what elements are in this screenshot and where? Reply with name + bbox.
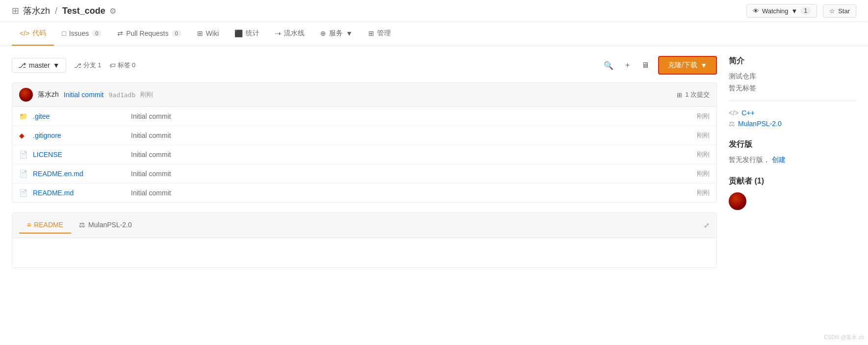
star-label: Star	[838, 7, 850, 15]
create-release-link[interactable]: 创建	[772, 156, 786, 163]
license-tab-icon: ⚖	[79, 221, 85, 229]
repo-type-icon: ⊞	[12, 5, 19, 16]
clone-dropdown-icon: ▼	[700, 61, 707, 69]
branches-count[interactable]: ⎇ 分支 1	[74, 61, 102, 70]
commit-time: 刚刚	[140, 90, 153, 99]
readme-en-icon: 📄	[19, 170, 29, 178]
branch-actions: 🔍 + 🖥 克隆/下载 ▼	[601, 56, 717, 75]
file-commit-msg: Initial commit	[131, 112, 697, 120]
readme-tab-license[interactable]: ⚖ MulanPSL-2.0	[71, 217, 140, 234]
search-code-button[interactable]: 🔍	[601, 59, 616, 72]
file-row: 📄 LICENSE Initial commit 刚刚	[12, 145, 716, 164]
manage-tab-icon: ⊞	[368, 29, 374, 37]
tag-icon: 🏷	[109, 62, 116, 69]
branch-info: ⎇ 分支 1 🏷 标签 0	[74, 61, 136, 70]
tags-count[interactable]: 🏷 标签 0	[109, 61, 136, 70]
contributor-avatar[interactable]	[729, 192, 746, 210]
pipeline-tab-label: 流水线	[284, 29, 305, 38]
pr-tab-icon: ⇄	[117, 29, 123, 37]
no-releases-prefix: 暂无发行版，	[729, 156, 770, 163]
file-time: 刚刚	[697, 169, 710, 178]
readme-tab-readme[interactable]: ≡ README	[19, 217, 71, 234]
balance-icon: ⚖	[729, 120, 735, 128]
file-name-link[interactable]: LICENSE	[33, 151, 131, 159]
file-commit-msg: Initial commit	[131, 170, 697, 178]
file-name-link[interactable]: .gitignore	[33, 132, 131, 139]
sidebar-releases-title: 发行版	[729, 139, 856, 150]
issues-badge: 0	[92, 30, 102, 37]
sidebar-contributors: 贡献者 (1)	[729, 176, 856, 210]
contributors-label: 贡献者	[729, 177, 752, 185]
services-dropdown-icon: ▼	[346, 29, 353, 37]
web-ide-button[interactable]: 🖥	[638, 59, 652, 72]
file-time: 刚刚	[697, 112, 710, 121]
readme-body	[12, 238, 716, 267]
file-name-link[interactable]: .gitee	[33, 112, 131, 120]
watching-label: Watching	[762, 7, 789, 15]
watch-count: 1	[800, 7, 811, 15]
commit-message-link[interactable]: Initial commit	[64, 91, 104, 99]
commits-count[interactable]: 1 次提交	[685, 90, 710, 99]
commit-author-avatar[interactable]	[19, 88, 33, 102]
star-button[interactable]: ☆ Star	[823, 4, 856, 18]
branch-fork-icon: ⎇	[74, 62, 81, 69]
tab-services[interactable]: ⊕ 服务 ▼	[312, 22, 360, 46]
branch-dropdown-icon: ▼	[53, 61, 60, 69]
readme-expand-icon[interactable]: ⤢	[704, 221, 710, 229]
commit-bar: 落水zh Initial commit 9ad1adb 刚刚 ⊞ 1 次提交	[12, 82, 717, 106]
add-file-button[interactable]: +	[622, 59, 633, 72]
tab-stats[interactable]: ⬛ 统计	[227, 22, 267, 46]
readme-tab-icon: ≡	[27, 221, 31, 229]
file-name-link[interactable]: README.md	[33, 189, 131, 197]
sidebar: 简介 测试仓库 暂无标签 </> C++ ⚖ MulanPSL-2.0 发行版 …	[729, 56, 856, 268]
tab-pullrequests[interactable]: ⇄ Pull Requests 0	[109, 23, 189, 45]
sidebar-contributors-title: 贡献者 (1)	[729, 176, 856, 186]
issues-tab-icon: □	[62, 29, 66, 37]
license-tab-label: MulanPSL-2.0	[88, 221, 132, 229]
wiki-tab-label: Wiki	[206, 29, 219, 37]
commit-hash[interactable]: 9ad1adb	[108, 91, 135, 99]
tab-manage[interactable]: ⊞ 管理	[360, 22, 399, 46]
tab-issues[interactable]: □ Issues 0	[54, 23, 109, 45]
tab-wiki[interactable]: ⊞ Wiki	[189, 23, 227, 45]
sidebar-language-link[interactable]: </> C++	[729, 109, 856, 117]
sidebar-license-link[interactable]: ⚖ MulanPSL-2.0	[729, 120, 856, 128]
sidebar-description: 测试仓库	[729, 72, 856, 81]
file-name-link[interactable]: README.en.md	[33, 170, 131, 178]
file-row: ◆ .gitignore Initial commit 刚刚	[12, 126, 716, 145]
top-header: ⊞ 落水zh / Test_code ⚙ 👁 Watching ▼ 1 ☆ St…	[0, 0, 868, 22]
nav-tabs: </> 代码 □ Issues 0 ⇄ Pull Requests 0 ⊞ Wi…	[0, 22, 868, 46]
pr-badge: 0	[172, 30, 181, 37]
services-tab-icon: ⊕	[320, 29, 326, 37]
branch-icon: ⎇	[18, 61, 26, 69]
no-releases-text: 暂无发行版， 创建	[729, 156, 856, 164]
wiki-tab-icon: ⊞	[197, 29, 203, 37]
clone-download-button[interactable]: 克隆/下载 ▼	[658, 56, 717, 75]
file-table: 📁 .gitee Initial commit 刚刚 ◆ .gitignore …	[12, 106, 717, 203]
tab-pipeline[interactable]: ⇢ 流水线	[267, 22, 312, 46]
code-tab-icon: </>	[20, 29, 29, 37]
watch-button[interactable]: 👁 Watching ▼ 1	[746, 4, 817, 18]
readme-tab-label: README	[34, 221, 63, 229]
file-time: 刚刚	[697, 150, 710, 159]
sidebar-releases: 发行版 暂无发行版， 创建	[729, 139, 856, 164]
file-row: 📄 README.en.md Initial commit 刚刚	[12, 164, 716, 184]
repo-settings-icon[interactable]: ⚙	[109, 6, 116, 16]
branch-bar: ⎇ master ▼ ⎇ 分支 1 🏷 标签 0 🔍	[12, 56, 717, 75]
clone-label: 克隆/下载	[668, 61, 697, 70]
branch-selector[interactable]: ⎇ master ▼	[12, 58, 66, 73]
file-time: 刚刚	[697, 131, 710, 140]
commits-history-icon: ⊞	[677, 91, 682, 99]
readme-tabs: ≡ README ⚖ MulanPSL-2.0 ⤢	[12, 213, 716, 238]
tab-code[interactable]: </> 代码	[12, 22, 54, 46]
header-actions: 👁 Watching ▼ 1 ☆ Star	[746, 4, 856, 18]
repo-name-link[interactable]: Test_code	[62, 6, 105, 16]
gitignore-icon: ◆	[19, 132, 29, 139]
sidebar-license: MulanPSL-2.0	[738, 120, 782, 128]
repo-owner-link[interactable]: 落水zh	[23, 5, 50, 17]
issues-tab-label: Issues	[69, 29, 89, 37]
commit-author-name[interactable]: 落水zh	[38, 90, 59, 99]
file-row: 📁 .gitee Initial commit 刚刚	[12, 107, 716, 126]
contributors-count: (1)	[754, 177, 764, 185]
dropdown-icon: ▼	[791, 7, 798, 15]
